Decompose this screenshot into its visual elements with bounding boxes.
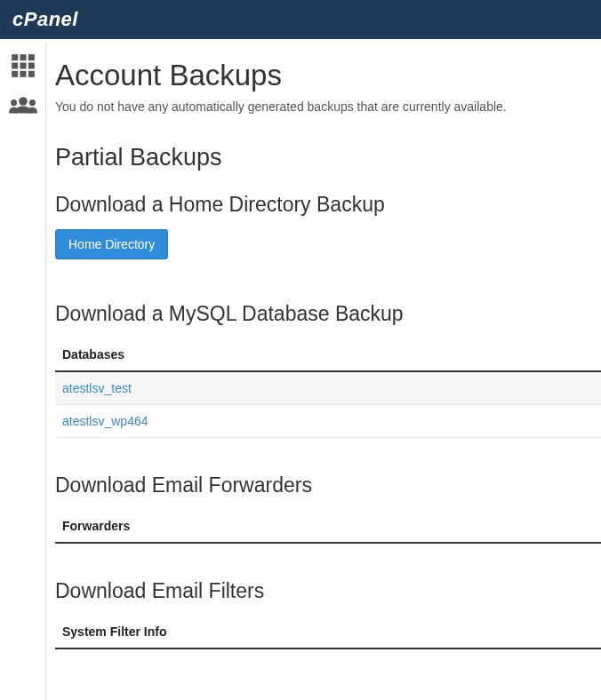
home-directory-heading: Download a Home Directory Backup bbox=[55, 193, 601, 217]
mysql-column-header: Databases bbox=[55, 338, 601, 372]
svg-point-9 bbox=[19, 97, 28, 106]
svg-rect-6 bbox=[12, 71, 18, 77]
main-wrapper: Account Backups You do not have any auto… bbox=[0, 43, 601, 700]
database-link[interactable]: atestlsv_wp464 bbox=[62, 414, 148, 428]
svg-rect-8 bbox=[28, 71, 34, 77]
users-icon[interactable] bbox=[9, 94, 37, 115]
svg-point-11 bbox=[28, 99, 35, 106]
table-row: atestlsv_wp464 bbox=[55, 405, 601, 438]
database-link[interactable]: atestlsv_test bbox=[62, 381, 132, 395]
forwarders-column-header: Forwarders bbox=[55, 510, 601, 544]
page-title: Account Backups bbox=[55, 59, 601, 92]
sidebar bbox=[0, 43, 46, 700]
svg-rect-3 bbox=[12, 63, 18, 69]
mysql-section: Download a MySQL Database Backup Databas… bbox=[55, 302, 601, 438]
forwarders-section: Download Email Forwarders Forwarders bbox=[55, 473, 601, 544]
table-row: atestlsv_test bbox=[55, 372, 601, 405]
mysql-heading: Download a MySQL Database Backup bbox=[55, 302, 601, 326]
forwarders-heading: Download Email Forwarders bbox=[55, 473, 601, 497]
home-directory-section: Download a Home Directory Backup Home Di… bbox=[55, 193, 601, 259]
svg-rect-5 bbox=[28, 63, 34, 69]
app-header: cPanel bbox=[0, 0, 601, 43]
svg-rect-0 bbox=[12, 54, 18, 60]
grid-icon[interactable] bbox=[11, 53, 36, 78]
svg-point-10 bbox=[11, 99, 17, 106]
filters-section: Download Email Filters System Filter Inf… bbox=[55, 579, 601, 649]
filters-column-header: System Filter Info bbox=[55, 616, 601, 649]
home-directory-button[interactable]: Home Directory bbox=[55, 229, 168, 259]
svg-rect-2 bbox=[28, 54, 34, 60]
svg-rect-1 bbox=[20, 54, 26, 60]
partial-backups-heading: Partial Backups bbox=[55, 144, 601, 171]
filters-heading: Download Email Filters bbox=[55, 579, 601, 603]
content-area: Account Backups You do not have any auto… bbox=[46, 43, 601, 700]
svg-rect-7 bbox=[20, 71, 26, 77]
no-backups-message: You do not have any automatically genera… bbox=[55, 99, 601, 114]
svg-rect-4 bbox=[20, 63, 26, 69]
cpanel-logo: cPanel bbox=[12, 8, 78, 31]
